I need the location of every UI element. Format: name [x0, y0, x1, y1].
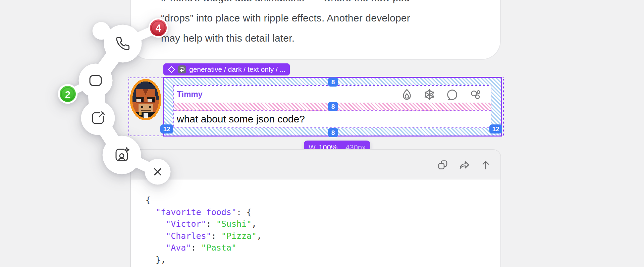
code-line: "favorite_foods": {	[146, 206, 500, 218]
message-count-badge: 2	[60, 86, 76, 102]
screenshot-stage: iPhone's widget add animations” — where …	[0, 0, 644, 267]
assistant-line: iPhone's widget add animations” — where …	[161, 0, 410, 8]
row-gap-badge: 8	[328, 102, 338, 111]
flame-icon[interactable]	[404, 90, 411, 99]
blob-body	[58, 18, 170, 184]
copy-icon[interactable]	[439, 161, 447, 169]
chat-bubble-icon[interactable]	[448, 90, 457, 100]
call-count-badge: 4	[150, 19, 167, 36]
code-line: },	[146, 254, 500, 266]
snowflake-icon[interactable]	[424, 90, 435, 100]
message-count: 2	[65, 89, 71, 100]
code-line: "Ava": "Pasta"	[146, 242, 500, 254]
code-line: "Victor": "Sushi",	[146, 218, 500, 230]
message-action-icons	[397, 86, 488, 103]
forward-arrow-icon[interactable]	[460, 162, 469, 168]
call-count: 4	[155, 22, 161, 34]
bubbles-icon[interactable]	[472, 91, 480, 99]
arrow-up-icon[interactable]	[483, 162, 488, 169]
assistant-message-text: iPhone's widget add animations” — where …	[161, 0, 410, 48]
assistant-line: may help with this detail later.	[161, 28, 410, 48]
floating-menu: 4 2	[40, 7, 198, 201]
message-header-row: Timmy	[174, 86, 491, 103]
padding-top-badge: 8	[328, 77, 338, 87]
padding-right-badge: 12	[489, 124, 502, 134]
padding-bottom-badge: 8	[328, 128, 338, 137]
assistant-line: “drops” into place with ripple effects. …	[161, 8, 410, 28]
code-line: {	[146, 194, 500, 206]
code-toolbar	[430, 157, 494, 173]
component-badge-label: generative / dark / text only / ...	[189, 65, 285, 73]
message-text: what about some json code?	[174, 111, 491, 127]
code-line: "Charles": "Pizza",	[146, 230, 500, 242]
code-line: "team_bubble": "Blueberry boba tea"	[146, 266, 500, 267]
